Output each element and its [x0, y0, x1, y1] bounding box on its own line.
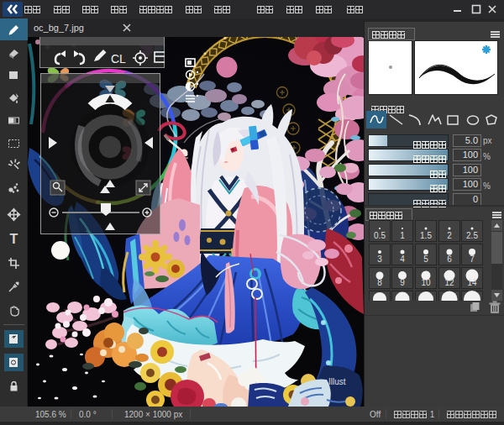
- svg-text:CL: CL: [111, 52, 126, 66]
- svg-text:Illust: Illust: [328, 377, 346, 386]
